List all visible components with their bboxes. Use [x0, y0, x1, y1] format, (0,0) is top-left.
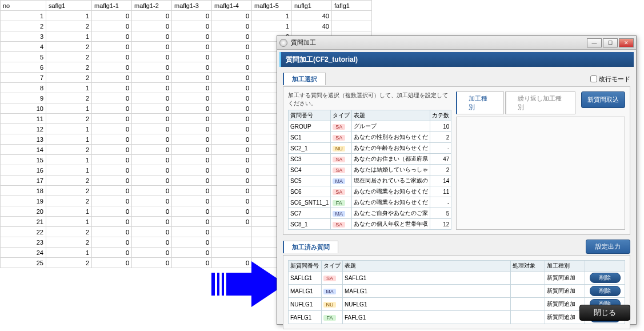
close-button[interactable]: ✕: [619, 38, 634, 47]
list-item[interactable]: SC3SAあなたのお住まい（都道府県47: [289, 154, 451, 165]
list-item[interactable]: SC2_1NUあなたの年齢をお知らせくだ-: [289, 143, 451, 154]
list-item[interactable]: NUFLG1NUNUFLG1新質問追加削除: [289, 298, 625, 311]
dialog-header: 質問加工(CF2_tutorial): [279, 52, 634, 67]
window-title: 質問加工: [291, 38, 316, 47]
hint-text: 加工する質問を選択（複数選択可）して、加工処理を設定してください。: [288, 91, 451, 107]
list-item[interactable]: GROUPSAグループ10: [289, 121, 451, 132]
list-item[interactable]: SC7MAあなたご自身やあなたのご家5: [289, 208, 451, 219]
col-header[interactable]: maflg1-2: [132, 1, 172, 11]
source-question-grid[interactable]: 質問番号タイプ表題カテ数 GROUPSAグループ10SC1SAあなたの性別をお知…: [288, 110, 451, 230]
svg-rect-1: [215, 273, 217, 296]
list-item[interactable]: SC6_SNT11_1FAあなたの職業をお知らせくだ-: [289, 197, 451, 208]
col-header[interactable]: nuflg1: [292, 1, 332, 11]
processed-question-grid[interactable]: 新質問番号タイプ表題処理対象加工種別 SAFLG1SASAFLG1新質問追加削除…: [288, 260, 625, 324]
delete-button[interactable]: 削除: [590, 273, 621, 283]
maximize-button[interactable]: ☐: [603, 38, 618, 47]
close-dialog-button[interactable]: 閉じる: [579, 305, 630, 321]
svg-rect-2: [219, 273, 222, 296]
dialog-window: 質問加工 — ☐ ✕ 質問加工(CF2_tutorial) 加工選択 改行モード…: [277, 35, 637, 325]
col-header[interactable]: maflg1-5: [252, 1, 292, 11]
export-settings-button[interactable]: 設定出力: [586, 240, 630, 254]
col-header[interactable]: maflg1-3: [172, 1, 212, 11]
list-item[interactable]: MAFLG1MAMAFLG1新質問追加削除: [289, 285, 625, 298]
table-row[interactable]: 110000140: [1, 11, 372, 21]
col-header[interactable]: saflg1: [46, 1, 92, 11]
col-header[interactable]: no: [1, 1, 46, 11]
list-item[interactable]: SC1SAあなたの性別をお知らせくだ2: [289, 132, 451, 143]
list-item[interactable]: SC4SAあなたは結婚していらっしゃ2: [289, 165, 451, 176]
kind-panel: [456, 117, 625, 230]
tab-kind[interactable]: 加工種別: [456, 91, 503, 114]
list-item[interactable]: FAFLG1FAFAFLG1新質問追加削除: [289, 311, 625, 324]
list-item[interactable]: SC8_1SAあなたの個人年収と世帯年収12: [289, 219, 451, 230]
table-row[interactable]: 220000140: [1, 21, 372, 31]
newline-mode-checkbox[interactable]: 改行モード: [590, 75, 630, 83]
app-icon: [279, 39, 287, 47]
titlebar[interactable]: 質問加工 — ☐ ✕: [277, 36, 636, 50]
svg-rect-3: [224, 273, 226, 296]
minimize-button[interactable]: —: [587, 38, 602, 47]
section-select-tab: 加工選択: [283, 73, 326, 85]
col-header[interactable]: maflg1-1: [92, 1, 132, 11]
section-done-tab: 加工済み質問: [283, 241, 338, 253]
svg-marker-0: [211, 261, 286, 307]
list-item[interactable]: SAFLG1SASAFLG1新質問追加削除: [289, 272, 625, 285]
list-item[interactable]: SC5MA現在同居されているご家族の14: [289, 176, 451, 186]
col-header[interactable]: maflg1-4: [212, 1, 252, 11]
tab-repeat-kind[interactable]: 繰り返し加工種別: [505, 91, 575, 114]
new-question-import-button[interactable]: 新質問取込: [581, 91, 625, 108]
arrow-icon: [211, 258, 286, 310]
list-item[interactable]: SC6SAあなたの職業をお知らせくだ11: [289, 186, 451, 197]
col-header[interactable]: faflg1: [332, 1, 372, 11]
delete-button[interactable]: 削除: [590, 286, 621, 296]
